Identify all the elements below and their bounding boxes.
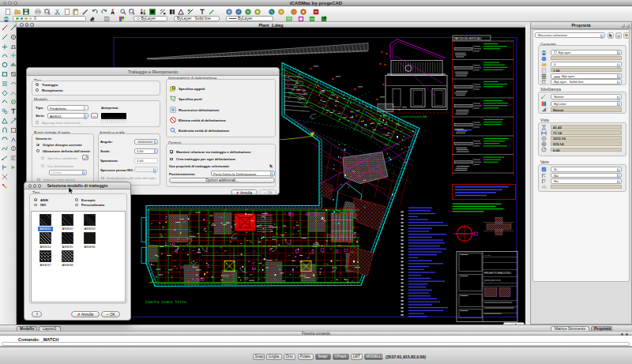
svg-text:strada prospetto AA: strada prospetto AA	[401, 115, 427, 118]
svg-text:PARTIZIONI VERTICALI: PARTIZIONI VERTICALI	[454, 37, 482, 40]
svg-text:pianta piano terzo: pianta piano terzo	[145, 300, 186, 304]
svg-text:pianta piano terzo: pianta piano terzo	[484, 279, 501, 282]
svg-text:9*9.9*: 9*9.9*	[299, 274, 307, 277]
svg-text:9*9.9*: 9*9.9*	[223, 274, 230, 277]
svg-text:PROGETTO ESECUTIVO: PROGETTO ESECUTIVO	[484, 271, 511, 274]
svg-text:TAVOLA: TAVOLA	[484, 253, 491, 256]
